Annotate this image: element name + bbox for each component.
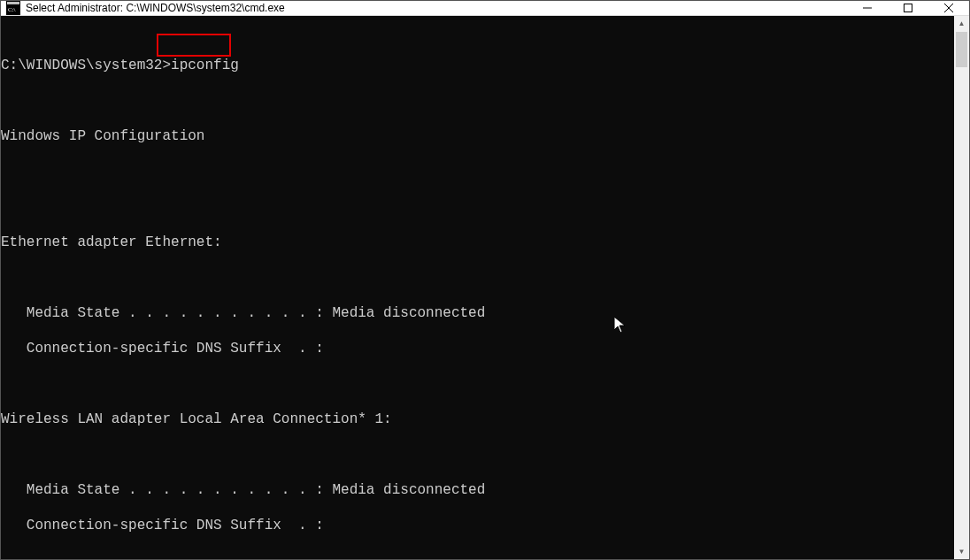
scroll-down-button[interactable]: ▼ bbox=[954, 544, 969, 559]
cmd-window: C:\ Select Administrator: C:\WINDOWS\sys… bbox=[0, 0, 970, 560]
svg-rect-1 bbox=[7, 2, 19, 4]
minimize-button[interactable] bbox=[847, 1, 888, 15]
close-button[interactable] bbox=[928, 1, 969, 15]
adapter-line: Media State . . . . . . . . . . . : Medi… bbox=[1, 304, 954, 322]
svg-rect-4 bbox=[905, 4, 912, 12]
window-controls bbox=[847, 1, 969, 15]
scroll-up-button[interactable]: ▲ bbox=[954, 16, 969, 31]
window-title: Select Administrator: C:\WINDOWS\system3… bbox=[26, 2, 285, 14]
cmd-icon: C:\ bbox=[6, 1, 20, 15]
terminal-output[interactable]: C:\WINDOWS\system32>ipconfig Windows IP … bbox=[1, 16, 954, 559]
titlebar[interactable]: C:\ Select Administrator: C:\WINDOWS\sys… bbox=[1, 1, 969, 16]
command-highlight-box bbox=[157, 34, 231, 57]
vertical-scrollbar[interactable]: ▲ ▼ bbox=[954, 16, 969, 559]
adapter-name: Wireless LAN adapter Local Area Connecti… bbox=[1, 410, 954, 428]
prompt-command: ipconfig bbox=[171, 58, 239, 73]
adapter-line: Connection-specific DNS Suffix . : bbox=[1, 340, 954, 357]
maximize-button[interactable] bbox=[888, 1, 928, 15]
adapter-line: Media State . . . . . . . . . . . : Medi… bbox=[1, 481, 954, 499]
ipconfig-header: Windows IP Configuration bbox=[1, 127, 954, 145]
scroll-thumb[interactable] bbox=[956, 32, 967, 67]
adapter-line: Connection-specific DNS Suffix . : bbox=[1, 517, 954, 534]
adapter-name: Ethernet adapter Ethernet: bbox=[1, 234, 954, 251]
prompt-line: C:\WINDOWS\system32>ipconfig bbox=[1, 57, 954, 74]
prompt-path: C:\WINDOWS\system32> bbox=[1, 58, 171, 73]
svg-text:C:\: C:\ bbox=[8, 6, 16, 13]
